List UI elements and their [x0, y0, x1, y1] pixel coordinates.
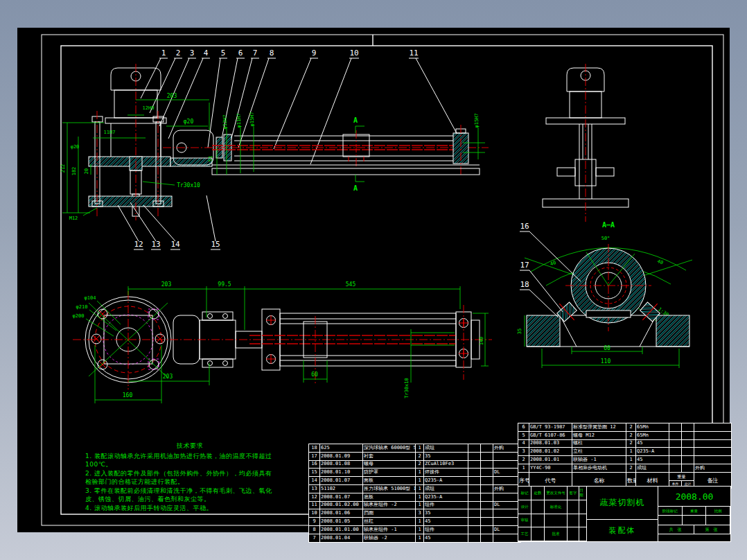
- plan-view: [73, 291, 492, 390]
- bom-cell-no: 5: [518, 431, 529, 439]
- bom-cell-qty: 2: [626, 439, 636, 448]
- bom-cell-mat: Q235-A: [636, 448, 669, 456]
- bom-row: 102008.01.06挡圈335: [309, 509, 521, 518]
- bom-row: 152008.01.10防护罩1焊接件DL: [309, 469, 521, 477]
- bom-cell-wt1: [468, 460, 481, 469]
- bom-cell-no: 4: [518, 439, 529, 448]
- bom-cell-wt2: [481, 469, 493, 477]
- note-line: 4. 滚动轴承装好后用手转动应灵活、平稳。: [85, 504, 295, 513]
- bom-cell-code: YY4C-90: [529, 464, 572, 472]
- svg-text:Tr30x10: Tr30x10: [404, 378, 410, 399]
- svg-text:8: 8: [270, 49, 274, 58]
- bom-row: 32008.01.02立柱1Q235-A: [518, 448, 732, 456]
- bom-cell-qty: 2: [416, 460, 424, 469]
- note-line: 3. 零件在装配前必须清理和清洗干净，不得有毛刺、飞边、氧化: [85, 487, 295, 496]
- svg-text:7: 7: [253, 49, 258, 58]
- bom-cell-rem: [493, 460, 521, 469]
- svg-text:φ12H7: φ12H7: [222, 114, 228, 129]
- bom-cell-qty: 1: [416, 484, 424, 493]
- bom-cell-mat: 成组: [636, 464, 669, 472]
- bom-row: 162008.01.08螺母2ZCuAl10Fe3: [309, 460, 521, 469]
- bom-cell-wt2: [481, 493, 493, 501]
- sheet-total-label: 共 张: [658, 525, 694, 534]
- svg-text:160: 160: [123, 392, 133, 399]
- bom-cell-qty: 1: [626, 448, 636, 456]
- bom-cell-wt2: [481, 509, 493, 518]
- role-design-label: 设计: [518, 500, 531, 514]
- bom-cell-qty: 2: [626, 464, 636, 472]
- bom-cell-rem: 外购: [493, 484, 521, 493]
- bom-cell-code: 2008.01.01: [529, 456, 572, 464]
- svg-text:φ20: φ20: [184, 119, 194, 125]
- bom-row: 72008.01.04联轴器 -2145: [309, 534, 521, 542]
- bom-cell-mat: 45: [636, 456, 669, 464]
- bom-cell-wt1: [468, 469, 481, 477]
- notes-title: 技术要求: [85, 441, 295, 450]
- bom-cell-code: 2008.01.06: [320, 509, 363, 518]
- bom-cell-qty: 1: [416, 493, 424, 501]
- svg-text:1: 1: [161, 49, 166, 58]
- bom-cell-name: 丝杠: [363, 518, 416, 526]
- bom-cell-no: 15: [309, 469, 320, 477]
- bom-cell-code: GB/T 6107-86: [529, 431, 572, 439]
- empty-cell: [658, 534, 730, 541]
- svg-text:3: 3: [190, 49, 195, 58]
- svg-text:φ200: φ200: [73, 313, 85, 319]
- bom-cell-no: 3: [518, 448, 529, 456]
- bom-cell-mat: 65Mn: [636, 423, 669, 432]
- bom-cell-wt2: [481, 452, 493, 460]
- product-name: 蔬菜切割机: [587, 487, 658, 520]
- bom-cell-rem: [493, 518, 521, 526]
- bom-cell-code: 2008.01.02.00: [320, 501, 363, 509]
- bom-cell-wt2: [682, 439, 694, 448]
- weight-label: 重量: [683, 507, 707, 515]
- bom-cell-rem: [694, 439, 732, 448]
- svg-text:16: 16: [520, 222, 529, 231]
- svg-text:545: 545: [346, 281, 356, 288]
- bom-cell-qty: 2: [416, 452, 424, 460]
- svg-text:A: A: [353, 184, 358, 192]
- bom-cell-code: 2008.01.03: [529, 439, 572, 448]
- bom-cell-mat: 45: [424, 518, 468, 526]
- svg-text:11: 11: [409, 49, 418, 58]
- bom-cell-wt2: [481, 484, 493, 493]
- bom-cell-code: 625: [320, 444, 363, 453]
- bom-cell-name: 防护罩: [363, 469, 416, 477]
- bom-cell-wt1: [669, 431, 682, 439]
- scale-label: 比例: [706, 507, 730, 515]
- bom-cell-qty: 1: [416, 525, 424, 534]
- svg-text:40: 40: [550, 260, 557, 268]
- bom-cell-name: 螺柱: [572, 439, 626, 448]
- bom-cell-wt1: [468, 493, 481, 501]
- bom-cell-rem: 外购: [493, 444, 521, 453]
- empty-cell: [579, 500, 587, 514]
- empty-cell: [579, 527, 587, 541]
- drawing-number: 2008.00: [658, 487, 730, 507]
- stage-label: 阶段标记: [658, 507, 683, 515]
- svg-text:6: 6: [238, 49, 243, 58]
- bom-cell-name: 标准型弹簧垫圈 12: [572, 423, 626, 432]
- bom-cell-no: 13: [309, 484, 320, 493]
- title-block-names: 蔬菜切割机 装配体: [587, 487, 658, 541]
- bom-cell-no: 8: [309, 525, 320, 534]
- bom-cell-rem: DL: [493, 525, 521, 534]
- bom-cell-wt1: [669, 439, 682, 448]
- title-block: 标记 处数 更改文件号 签字 日期 设计 标准化 审核 工艺: [518, 486, 731, 542]
- bom-cell-wt1: [468, 534, 481, 542]
- bom-table-left: 18625深沟球轴承 60000型 51成组外购 172008.01.09衬套2…: [308, 444, 521, 543]
- bom-cell-mat: 35: [424, 509, 468, 518]
- bom-cell-wt2: [682, 431, 694, 439]
- bom-cell-wt1: [669, 464, 682, 472]
- bom-cell-name: 单相异步电动机: [572, 464, 626, 472]
- bom-table-right: 6GB/T 93-1987标准型弹簧垫圈 12265Mn 5GB/T 6107-…: [518, 423, 732, 489]
- empty-cell: [531, 514, 545, 528]
- bom-cell-rem: DL: [493, 501, 521, 509]
- svg-text:182: 182: [71, 167, 77, 176]
- bom-cell-mat: 组件: [424, 501, 468, 509]
- bom-cell-no: 1: [518, 464, 529, 472]
- bom-cell-mat: 65Mn: [636, 431, 669, 439]
- svg-text:9: 9: [312, 49, 317, 58]
- bom-cell-qty: 1: [416, 469, 424, 477]
- bom-cell-name: 螺母: [363, 460, 416, 469]
- bom-cell-wt1: [468, 509, 481, 518]
